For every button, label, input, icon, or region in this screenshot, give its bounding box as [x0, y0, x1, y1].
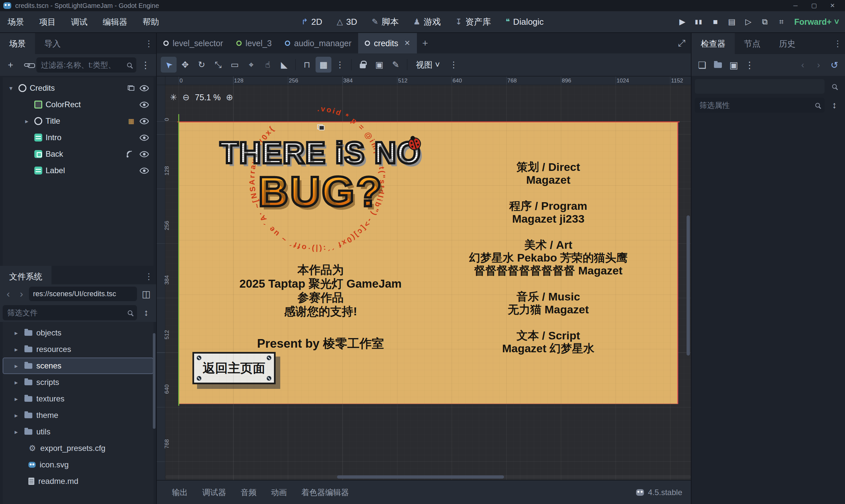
search-docs-button[interactable] [827, 79, 842, 94]
history-back-icon[interactable]: ‹ [795, 58, 810, 72]
grid-snap-button[interactable]: ▦ [316, 57, 331, 73]
tree-row-colorrect[interactable]: ColorRect [3, 96, 154, 113]
group-button[interactable]: ▣ [371, 57, 387, 73]
groups-badge-icon[interactable]: ▦ [128, 117, 134, 125]
workspace-dialogic-button[interactable]: ❝Dialogic [500, 14, 550, 30]
scene-tab-level-3[interactable]: level_3 [230, 33, 278, 53]
tree-row-credits[interactable]: ▾ Credits [3, 80, 154, 96]
zoom-in-icon[interactable]: ⊕ [226, 92, 233, 103]
add-node-button[interactable]: + [3, 58, 18, 72]
zoom-out-icon[interactable]: ⊖ [182, 92, 190, 103]
rect-select-tool-button[interactable]: ▭ [227, 57, 243, 73]
folder-row-scripts[interactable]: ▸scripts [3, 374, 154, 391]
tree-row-back[interactable]: Back [3, 146, 154, 162]
panel-shader-editor[interactable]: 着色器编辑器 [301, 487, 349, 498]
dock-menu-icon[interactable]: ⋮ [830, 33, 845, 54]
menu-project[interactable]: 项目 [32, 11, 64, 32]
nav-back-icon[interactable]: ‹ [3, 288, 14, 300]
smart-snap-button[interactable]: ⊓ [299, 57, 315, 73]
game-viewport[interactable]: .void * p = @import("stdlib") ->[c](0xf … [179, 122, 678, 404]
renderer-selector[interactable]: Forward+˅ [794, 17, 839, 27]
close-tab-icon[interactable]: ✕ [404, 39, 410, 48]
filesystem-menu-icon[interactable]: ⋮ [142, 266, 156, 287]
new-resource-button[interactable]: ❏ [695, 58, 709, 72]
tab-import[interactable]: 导入 [35, 33, 70, 54]
expand-open-icon[interactable]: ▾ [6, 85, 15, 92]
folder-row-scenes[interactable]: ▸scenes [3, 358, 154, 374]
file-filter-input[interactable] [7, 308, 124, 317]
ruler-tool-button[interactable]: ◣ [276, 57, 292, 73]
panel-animation[interactable]: 动画 [271, 487, 287, 498]
visibility-eye-icon[interactable] [140, 118, 149, 124]
visibility-eye-icon[interactable] [140, 134, 149, 141]
split-view-icon[interactable]: ◫ [139, 287, 154, 301]
close-button[interactable]: ✕ [823, 0, 842, 11]
toolbar-menu-icon[interactable]: ⋮ [446, 57, 462, 73]
tree-row-label[interactable]: Label [3, 162, 154, 179]
scene-filter-input[interactable] [41, 61, 124, 70]
expand-closed-icon[interactable]: ▸ [12, 379, 20, 386]
filesystem-scrollbar[interactable] [153, 333, 156, 429]
movie-maker-button[interactable]: ▤ [724, 14, 739, 29]
history-forward-icon[interactable]: › [811, 58, 826, 72]
expand-closed-icon[interactable]: ▸ [12, 362, 20, 370]
center-view-icon[interactable]: ✳ [170, 92, 177, 103]
expand-closed-icon[interactable]: ▸ [22, 118, 31, 125]
signal-connection-icon[interactable] [126, 150, 134, 158]
visibility-eye-icon[interactable] [140, 85, 149, 91]
new-scene-tab-button[interactable]: + [417, 33, 434, 53]
tree-row-intro[interactable]: Intro [3, 129, 154, 146]
panel-debugger[interactable]: 调试器 [203, 487, 226, 498]
expand-closed-icon[interactable]: ▸ [12, 412, 20, 419]
menu-editor[interactable]: 编辑器 [95, 11, 135, 32]
folder-row-textures[interactable]: ▸textures [3, 391, 154, 407]
snap-options-icon[interactable]: ⋮ [332, 57, 348, 73]
distraction-free-icon[interactable]: ⤢ [672, 33, 691, 53]
dock-menu-icon[interactable]: ⋮ [142, 33, 156, 54]
pan-tool-button[interactable]: ☝ [260, 57, 276, 73]
filter-options-icon[interactable]: ↕ [827, 98, 842, 112]
visibility-eye-icon[interactable] [140, 167, 149, 174]
pause-button[interactable]: ▮▮ [691, 14, 706, 29]
expand-closed-icon[interactable]: ▸ [12, 346, 20, 353]
menu-help[interactable]: 帮助 [135, 11, 167, 32]
load-resource-button[interactable] [711, 58, 725, 72]
tab-scene[interactable]: 场景 [0, 33, 35, 54]
edit-history-icon[interactable]: ↺ [827, 58, 842, 72]
scale-tool-button[interactable]: ⤡ [210, 57, 226, 73]
scene-tab-level-selector[interactable]: level_selector [157, 33, 230, 53]
tab-node[interactable]: 节点 [735, 33, 770, 54]
expand-closed-icon[interactable]: ▸ [12, 395, 20, 403]
folder-row-objects[interactable]: ▸objects [3, 325, 154, 341]
vertical-scrollbar[interactable] [687, 215, 690, 356]
panel-audio[interactable]: 音频 [241, 487, 257, 498]
visibility-eye-icon[interactable] [140, 151, 149, 157]
resource-menu-icon[interactable]: ⋮ [742, 58, 757, 72]
play-custom-scene-button[interactable]: ⧉ [757, 14, 772, 29]
workspace-script-button[interactable]: ✎脚本 [366, 14, 405, 30]
canvas-viewport-area[interactable]: ✳ ⊖ 75.1 % ⊕ .void * p = @import("stdlib… [165, 85, 691, 480]
color-picker-button[interactable]: ✎ [388, 57, 404, 73]
rotate-tool-button[interactable]: ↻ [194, 57, 210, 73]
save-resource-button[interactable]: ▣ [726, 58, 741, 72]
nav-forward-icon[interactable]: › [16, 288, 27, 300]
tab-inspector[interactable]: 检查器 [691, 33, 735, 54]
workspace-assetlib-button[interactable]: ↧资产库 [450, 14, 497, 30]
select-tool-button[interactable]: ➤ [161, 57, 177, 73]
horizontal-scrollbar[interactable] [337, 475, 504, 479]
pivot-tool-button[interactable]: ⌖ [243, 57, 259, 73]
path-input[interactable] [33, 290, 133, 298]
file-row-readme[interactable]: readme.md [3, 473, 154, 489]
tree-row-title[interactable]: ▸ Title ▦ [3, 113, 154, 129]
scene-tab-audio-manager[interactable]: audio_manager [278, 33, 358, 53]
folder-row-resources[interactable]: ▸resources [3, 341, 154, 358]
menu-scene[interactable]: 场景 [0, 11, 32, 32]
sort-files-icon[interactable]: ↕ [139, 305, 154, 320]
folder-row-utils[interactable]: ▸utils [3, 424, 154, 440]
minimize-button[interactable]: ─ [786, 0, 805, 11]
scene-tab-credits[interactable]: credits✕ [358, 33, 417, 53]
menu-debug[interactable]: 调试 [64, 11, 95, 32]
instance-badge-icon[interactable] [128, 86, 134, 91]
play-button[interactable]: ▶ [675, 14, 690, 29]
zoom-level[interactable]: 75.1 % [195, 93, 221, 102]
